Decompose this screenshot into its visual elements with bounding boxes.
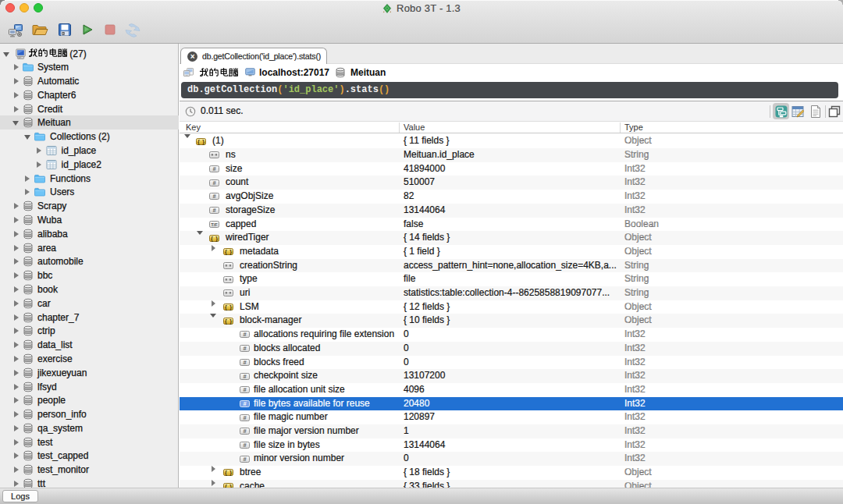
svg-text:}: } — [229, 483, 232, 488]
svg-text:{: { — [225, 483, 227, 488]
svg-text:{: { — [211, 235, 213, 242]
svg-text:{: { — [225, 469, 227, 476]
svg-text:}: } — [229, 469, 232, 476]
svg-text:}: } — [229, 318, 232, 325]
svg-text:T/F: T/F — [211, 222, 218, 227]
svg-text:}: } — [229, 303, 232, 311]
svg-text:{: { — [225, 318, 227, 325]
svg-text:{: { — [197, 138, 200, 145]
svg-text:}: } — [215, 235, 218, 242]
svg-text:{: { — [225, 248, 227, 255]
svg-text:}: } — [229, 248, 232, 255]
svg-text:}: } — [202, 138, 205, 145]
svg-text:{: { — [225, 303, 227, 311]
